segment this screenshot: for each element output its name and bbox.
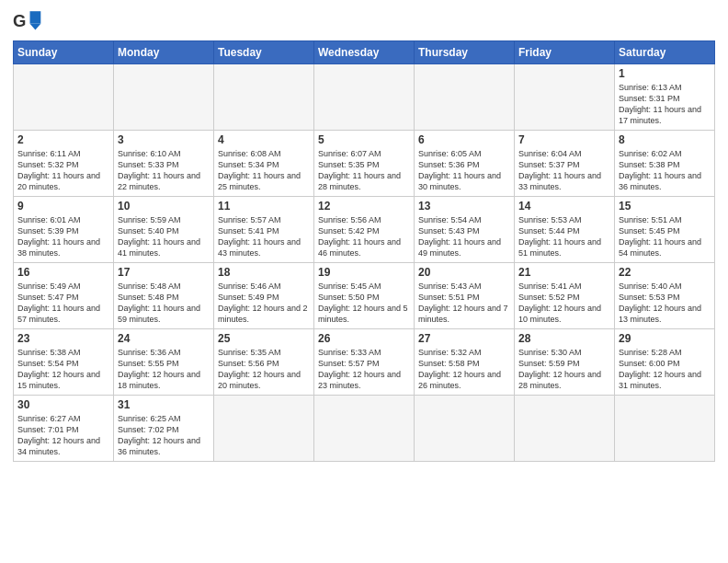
day-info: Sunrise: 5:59 AM Sunset: 5:40 PM Dayligh… (118, 214, 210, 259)
day-number: 15 (619, 200, 711, 213)
day-info: Sunrise: 6:27 AM Sunset: 7:01 PM Dayligh… (17, 413, 109, 458)
svg-text:G: G (13, 11, 26, 30)
day-cell: 26Sunrise: 5:33 AM Sunset: 5:57 PM Dayli… (314, 329, 415, 396)
day-number: 16 (17, 266, 109, 279)
day-number: 29 (619, 332, 711, 345)
day-info: Sunrise: 6:04 AM Sunset: 5:37 PM Dayligh… (518, 148, 610, 193)
day-number: 11 (218, 200, 310, 213)
week-row-0: 1Sunrise: 6:13 AM Sunset: 5:31 PM Daylig… (14, 64, 715, 131)
day-number: 30 (17, 398, 109, 411)
day-number: 25 (218, 332, 310, 345)
day-info: Sunrise: 5:49 AM Sunset: 5:47 PM Dayligh… (17, 281, 109, 326)
day-cell: 7Sunrise: 6:04 AM Sunset: 5:37 PM Daylig… (515, 131, 615, 197)
day-cell (415, 396, 515, 462)
day-number: 5 (318, 133, 410, 146)
weekday-header-wednesday: Wednesday (314, 41, 415, 64)
day-cell: 5Sunrise: 6:07 AM Sunset: 5:35 PM Daylig… (314, 131, 415, 197)
day-cell: 24Sunrise: 5:36 AM Sunset: 5:55 PM Dayli… (114, 329, 214, 396)
day-cell (214, 396, 314, 462)
day-cell: 1Sunrise: 6:13 AM Sunset: 5:31 PM Daylig… (615, 64, 715, 131)
day-cell: 6Sunrise: 6:05 AM Sunset: 5:36 PM Daylig… (415, 131, 515, 197)
day-info: Sunrise: 5:53 AM Sunset: 5:44 PM Dayligh… (518, 214, 610, 259)
day-number: 13 (418, 200, 510, 213)
day-cell: 18Sunrise: 5:46 AM Sunset: 5:49 PM Dayli… (214, 263, 314, 329)
svg-marker-1 (30, 11, 41, 23)
day-number: 21 (518, 266, 610, 279)
day-number: 7 (518, 133, 610, 146)
day-cell: 29Sunrise: 5:28 AM Sunset: 6:00 PM Dayli… (615, 329, 715, 396)
day-info: Sunrise: 5:35 AM Sunset: 5:56 PM Dayligh… (218, 347, 310, 392)
day-info: Sunrise: 6:02 AM Sunset: 5:38 PM Dayligh… (619, 148, 711, 193)
day-number: 26 (318, 332, 410, 345)
week-row-2: 9Sunrise: 6:01 AM Sunset: 5:39 PM Daylig… (14, 197, 715, 263)
calendar-table: SundayMondayTuesdayWednesdayThursdayFrid… (13, 40, 715, 462)
day-cell (114, 64, 214, 131)
day-info: Sunrise: 6:11 AM Sunset: 5:32 PM Dayligh… (17, 148, 109, 193)
day-info: Sunrise: 5:56 AM Sunset: 5:42 PM Dayligh… (318, 214, 410, 259)
day-cell (615, 396, 715, 462)
day-cell: 30Sunrise: 6:27 AM Sunset: 7:01 PM Dayli… (14, 396, 114, 462)
general-blue-icon: G (13, 9, 42, 35)
day-info: Sunrise: 6:13 AM Sunset: 5:31 PM Dayligh… (619, 82, 711, 127)
day-number: 3 (118, 133, 210, 146)
day-cell (515, 64, 615, 131)
day-info: Sunrise: 6:01 AM Sunset: 5:39 PM Dayligh… (17, 214, 109, 259)
day-info: Sunrise: 6:08 AM Sunset: 5:34 PM Dayligh… (218, 148, 310, 193)
day-number: 14 (518, 200, 610, 213)
week-row-3: 16Sunrise: 5:49 AM Sunset: 5:47 PM Dayli… (14, 263, 715, 329)
page: G SundayMondayTuesdayWednesdayThursdayFr… (0, 0, 728, 563)
day-cell: 11Sunrise: 5:57 AM Sunset: 5:41 PM Dayli… (214, 197, 314, 263)
day-cell (415, 64, 515, 131)
day-cell (515, 396, 615, 462)
day-info: Sunrise: 6:07 AM Sunset: 5:35 PM Dayligh… (318, 148, 410, 193)
day-info: Sunrise: 5:41 AM Sunset: 5:52 PM Dayligh… (518, 281, 610, 326)
weekday-header-friday: Friday (515, 41, 615, 64)
logo: G (13, 9, 46, 35)
day-cell: 27Sunrise: 5:32 AM Sunset: 5:58 PM Dayli… (415, 329, 515, 396)
day-number: 8 (619, 133, 711, 146)
day-number: 9 (17, 200, 109, 213)
weekday-header-row: SundayMondayTuesdayWednesdayThursdayFrid… (14, 41, 715, 64)
day-cell: 20Sunrise: 5:43 AM Sunset: 5:51 PM Dayli… (415, 263, 515, 329)
day-number: 6 (418, 133, 510, 146)
day-cell: 25Sunrise: 5:35 AM Sunset: 5:56 PM Dayli… (214, 329, 314, 396)
day-info: Sunrise: 5:43 AM Sunset: 5:51 PM Dayligh… (418, 281, 510, 326)
day-cell: 28Sunrise: 5:30 AM Sunset: 5:59 PM Dayli… (515, 329, 615, 396)
day-cell: 21Sunrise: 5:41 AM Sunset: 5:52 PM Dayli… (515, 263, 615, 329)
day-info: Sunrise: 5:40 AM Sunset: 5:53 PM Dayligh… (619, 281, 711, 326)
day-cell: 15Sunrise: 5:51 AM Sunset: 5:45 PM Dayli… (615, 197, 715, 263)
day-cell: 17Sunrise: 5:48 AM Sunset: 5:48 PM Dayli… (114, 263, 214, 329)
day-number: 2 (17, 133, 109, 146)
day-cell: 2Sunrise: 6:11 AM Sunset: 5:32 PM Daylig… (14, 131, 114, 197)
weekday-header-sunday: Sunday (14, 41, 114, 64)
day-info: Sunrise: 5:46 AM Sunset: 5:49 PM Dayligh… (218, 281, 310, 326)
day-cell (314, 64, 415, 131)
day-cell (314, 396, 415, 462)
day-info: Sunrise: 5:51 AM Sunset: 5:45 PM Dayligh… (619, 214, 711, 259)
day-number: 22 (619, 266, 711, 279)
day-number: 10 (118, 200, 210, 213)
day-info: Sunrise: 5:38 AM Sunset: 5:54 PM Dayligh… (17, 347, 109, 392)
weekday-header-tuesday: Tuesday (214, 41, 314, 64)
day-number: 27 (418, 332, 510, 345)
day-cell: 3Sunrise: 6:10 AM Sunset: 5:33 PM Daylig… (114, 131, 214, 197)
day-cell: 31Sunrise: 6:25 AM Sunset: 7:02 PM Dayli… (114, 396, 214, 462)
day-info: Sunrise: 6:05 AM Sunset: 5:36 PM Dayligh… (418, 148, 510, 193)
day-cell: 22Sunrise: 5:40 AM Sunset: 5:53 PM Dayli… (615, 263, 715, 329)
day-cell: 9Sunrise: 6:01 AM Sunset: 5:39 PM Daylig… (14, 197, 114, 263)
day-number: 23 (17, 332, 109, 345)
day-number: 17 (118, 266, 210, 279)
day-info: Sunrise: 6:25 AM Sunset: 7:02 PM Dayligh… (118, 413, 210, 458)
day-cell: 13Sunrise: 5:54 AM Sunset: 5:43 PM Dayli… (415, 197, 515, 263)
day-cell (214, 64, 314, 131)
day-info: Sunrise: 5:33 AM Sunset: 5:57 PM Dayligh… (318, 347, 410, 392)
day-number: 20 (418, 266, 510, 279)
day-number: 19 (318, 266, 410, 279)
day-cell: 10Sunrise: 5:59 AM Sunset: 5:40 PM Dayli… (114, 197, 214, 263)
day-number: 28 (518, 332, 610, 345)
week-row-1: 2Sunrise: 6:11 AM Sunset: 5:32 PM Daylig… (14, 131, 715, 197)
day-info: Sunrise: 5:54 AM Sunset: 5:43 PM Dayligh… (418, 214, 510, 259)
day-cell: 14Sunrise: 5:53 AM Sunset: 5:44 PM Dayli… (515, 197, 615, 263)
weekday-header-thursday: Thursday (415, 41, 515, 64)
svg-marker-2 (30, 24, 41, 30)
